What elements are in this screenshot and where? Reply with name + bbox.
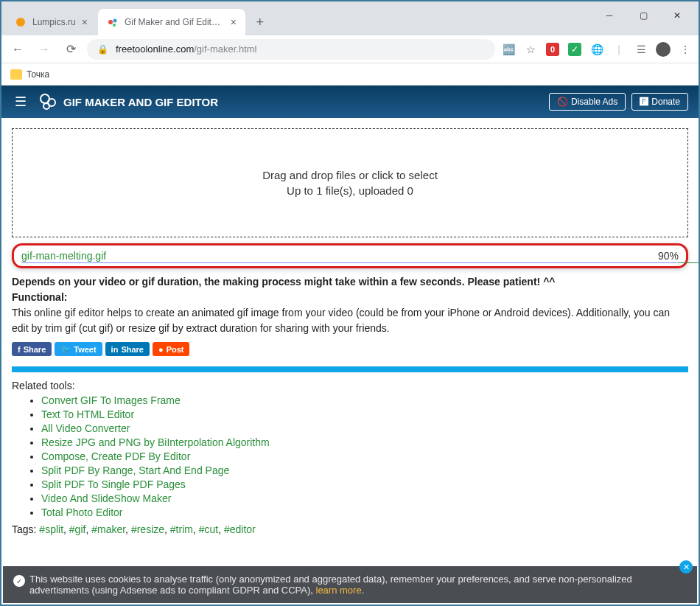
url-input[interactable]: 🔒 freetoolonline.com/gif-maker.html bbox=[87, 39, 495, 60]
window-controls: ─ ▢ ✕ bbox=[592, 1, 694, 35]
reload-button[interactable]: ⟳ bbox=[60, 39, 81, 60]
list-item: Split PDF To Single PDF Pages bbox=[41, 478, 688, 490]
globe-icon[interactable]: 🌐 bbox=[589, 42, 604, 57]
upload-progress: gif-man-melting.gif 90% bbox=[12, 243, 688, 268]
dropzone[interactable]: Drag and drop files or click to select U… bbox=[12, 128, 688, 237]
folder-icon bbox=[10, 69, 22, 80]
bookmark-item[interactable]: Точка bbox=[10, 69, 49, 80]
close-button[interactable]: ✕ bbox=[660, 4, 694, 27]
list-item: Total Photo Editor bbox=[41, 506, 688, 518]
linkedin-icon: in bbox=[111, 345, 119, 354]
url-domain: freetoolonline.com bbox=[116, 43, 194, 55]
translate-icon[interactable]: 🔤 bbox=[501, 42, 516, 57]
cookie-banner: ✓ This website uses cookies to analyse t… bbox=[3, 566, 697, 603]
share-facebook[interactable]: fShare bbox=[12, 342, 52, 356]
share-buttons: fShare 🐦Tweet inShare ●Post bbox=[1, 342, 699, 356]
close-icon[interactable]: × bbox=[82, 16, 88, 28]
share-linkedin[interactable]: inShare bbox=[105, 342, 150, 356]
related-list: Convert GIF To Images Frame Text To HTML… bbox=[12, 394, 688, 518]
share-twitter[interactable]: 🐦Tweet bbox=[55, 342, 102, 356]
maximize-button[interactable]: ▢ bbox=[626, 4, 660, 27]
block-icon: 🚫 bbox=[557, 97, 568, 107]
svg-text:✓: ✓ bbox=[571, 44, 578, 55]
logo-icon bbox=[38, 92, 57, 111]
site-title: GIF MAKER AND GIF EDITOR bbox=[63, 96, 218, 108]
tab-favicon-1 bbox=[107, 16, 119, 28]
lock-icon: 🔒 bbox=[97, 44, 108, 55]
paypal-icon: 🅿 bbox=[640, 97, 648, 107]
related-link-0[interactable]: Convert GIF To Images Frame bbox=[41, 394, 181, 406]
description: Depends on your video or gif duration, t… bbox=[1, 268, 699, 339]
reading-list-icon[interactable]: ☰ bbox=[634, 42, 648, 57]
tag-link[interactable]: #maker bbox=[91, 523, 125, 535]
bookmark-label: Точка bbox=[27, 69, 49, 80]
new-tab-button[interactable]: + bbox=[250, 12, 270, 32]
svg-point-11 bbox=[43, 103, 49, 109]
tab-0[interactable]: Lumpics.ru × bbox=[6, 9, 97, 35]
related-link-6[interactable]: Split PDF To Single PDF Pages bbox=[41, 478, 186, 490]
related-title: Related tools: bbox=[12, 380, 688, 391]
bookmarks-bar: Точка bbox=[1, 63, 699, 86]
related-link-5[interactable]: Split PDF By Range, Start And End Page bbox=[41, 464, 229, 476]
check-icon: ✓ bbox=[13, 575, 25, 587]
desc-line-1: Depends on your video or gif duration, t… bbox=[12, 276, 556, 288]
related-tools: Related tools: Convert GIF To Images Fra… bbox=[1, 380, 699, 518]
menu-icon[interactable]: ⋮ bbox=[678, 42, 693, 57]
desc-line-2: This online gif editor helps to create a… bbox=[12, 307, 670, 334]
svg-point-3 bbox=[113, 24, 116, 27]
tag-link[interactable]: #split bbox=[39, 523, 63, 535]
avatar[interactable] bbox=[656, 42, 671, 57]
cookie-close-button[interactable]: ✕ bbox=[679, 560, 693, 574]
extension-icons: 🔤 ☆ 0 ✓ 🌐 | ☰ ⋮ bbox=[501, 42, 693, 57]
dropzone-text-1: Drag and drop files or click to select bbox=[27, 169, 673, 181]
tag-link[interactable]: #trim bbox=[170, 523, 193, 535]
svg-point-0 bbox=[16, 18, 25, 27]
share-reddit[interactable]: ●Post bbox=[153, 342, 190, 356]
list-item: Convert GIF To Images Frame bbox=[41, 394, 688, 406]
adblock-icon[interactable]: 0 bbox=[545, 42, 560, 57]
list-item: All Video Converter bbox=[41, 422, 688, 434]
close-icon[interactable]: × bbox=[231, 16, 237, 28]
related-link-3[interactable]: Resize JPG and PNG by BiInterpolation Al… bbox=[41, 436, 270, 448]
page-content: ☰ GIF MAKER AND GIF EDITOR 🚫 Disable Ads… bbox=[1, 86, 699, 605]
star-icon[interactable]: ☆ bbox=[523, 42, 538, 57]
related-link-7[interactable]: Video And SlideShow Maker bbox=[41, 492, 171, 504]
tag-link[interactable]: #resize bbox=[131, 523, 164, 535]
functional-label: Functional: bbox=[12, 291, 67, 303]
reddit-icon: ● bbox=[158, 345, 164, 354]
list-item: Split PDF By Range, Start And End Page bbox=[41, 464, 688, 476]
svg-point-2 bbox=[113, 19, 116, 23]
related-link-1[interactable]: Text To HTML Editor bbox=[41, 408, 134, 420]
divider: | bbox=[612, 42, 626, 57]
related-link-4[interactable]: Compose, Create PDF By Editor bbox=[41, 450, 190, 462]
back-button[interactable]: ← bbox=[7, 39, 28, 60]
tags: Tags: #split, #gif, #maker, #resize, #tr… bbox=[1, 520, 699, 538]
url-path: /gif-maker.html bbox=[194, 43, 256, 55]
list-item: Compose, Create PDF By Editor bbox=[41, 450, 688, 462]
tab-favicon-0 bbox=[15, 16, 27, 28]
svg-point-8 bbox=[656, 42, 671, 57]
forward-button[interactable]: → bbox=[34, 39, 55, 60]
tag-link[interactable]: #cut bbox=[199, 523, 218, 535]
tag-link[interactable]: #editor bbox=[224, 523, 256, 535]
donate-button[interactable]: 🅿 Donate bbox=[631, 93, 688, 111]
tab-title-0: Lumpics.ru bbox=[32, 17, 76, 27]
browser-titlebar: Lumpics.ru × Gif Maker and Gif Editor - … bbox=[1, 1, 699, 35]
check-icon[interactable]: ✓ bbox=[567, 42, 582, 57]
tags-label: Tags: bbox=[12, 523, 39, 535]
related-link-8[interactable]: Total Photo Editor bbox=[41, 506, 123, 518]
svg-text:0: 0 bbox=[550, 45, 555, 54]
site-header: ☰ GIF MAKER AND GIF EDITOR 🚫 Disable Ads… bbox=[1, 86, 699, 118]
dropzone-text-2: Up to 1 file(s), uploaded 0 bbox=[27, 184, 673, 197]
address-bar: ← → ⟳ 🔒 freetoolonline.com/gif-maker.htm… bbox=[1, 35, 699, 63]
disable-ads-button[interactable]: 🚫 Disable Ads bbox=[549, 93, 626, 111]
minimize-button[interactable]: ─ bbox=[592, 4, 626, 27]
list-item: Resize JPG and PNG by BiInterpolation Al… bbox=[41, 436, 688, 448]
tab-1[interactable]: Gif Maker and Gif Editor - Free To × bbox=[98, 9, 245, 35]
tag-link[interactable]: #gif bbox=[69, 523, 86, 535]
facebook-icon: f bbox=[18, 345, 21, 354]
learn-more-link[interactable]: learn more bbox=[316, 585, 362, 596]
divider bbox=[12, 366, 688, 372]
related-link-2[interactable]: All Video Converter bbox=[41, 422, 130, 434]
hamburger-icon[interactable]: ☰ bbox=[12, 93, 29, 111]
